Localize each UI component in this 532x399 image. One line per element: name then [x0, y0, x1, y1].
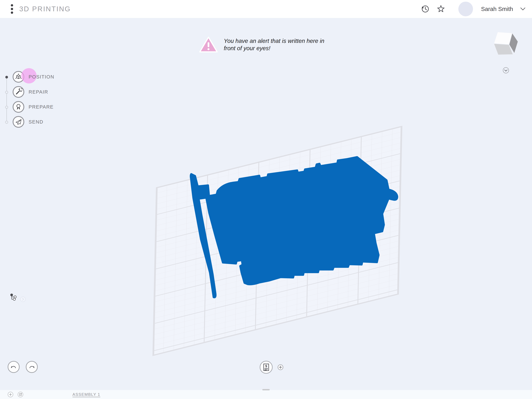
undo-button[interactable] — [8, 361, 20, 373]
chevron-down-icon[interactable] — [520, 7, 526, 11]
send-button[interactable] — [13, 116, 24, 128]
panel-drag-handle[interactable] — [262, 389, 270, 390]
alert-banner: You have an alert that is written here i… — [199, 36, 330, 53]
open-in-new-icon — [19, 393, 22, 396]
steps-progress-rail — [5, 74, 9, 130]
redo-button[interactable] — [26, 361, 38, 373]
chevron-right-circle-icon[interactable] — [20, 296, 26, 302]
user-name[interactable]: Sarah Smith — [481, 6, 513, 12]
invoice-dollar-icon: $ — [263, 363, 270, 371]
step-send[interactable]: SEND — [13, 116, 43, 128]
warning-triangle-icon — [199, 36, 218, 53]
step-prepare[interactable]: PREPARE — [13, 101, 54, 113]
viewport-3d-canvas[interactable] — [0, 0, 532, 399]
avatar[interactable] — [458, 2, 473, 16]
add-assembly-button[interactable] — [8, 392, 13, 397]
view-cube-icon[interactable] — [492, 30, 520, 57]
step-label[interactable]: POSITION — [29, 74, 54, 80]
svg-text:$: $ — [265, 364, 267, 368]
workflow-steps: POSITION REPAIR PREPARE — [0, 70, 70, 136]
plus-icon — [279, 365, 282, 369]
medal-icon — [15, 103, 22, 111]
zoom-add-button[interactable] — [278, 364, 283, 370]
wrench-icon — [15, 88, 22, 95]
position-button[interactable] — [13, 71, 24, 83]
step-label[interactable]: PREPARE — [29, 104, 54, 110]
page-title: 3D PRINTING — [19, 5, 71, 13]
repair-button[interactable] — [13, 86, 24, 98]
tree-icon[interactable] — [10, 293, 17, 301]
header: 3D PRINTING Sarah Smith — [0, 0, 532, 18]
step-label[interactable]: SEND — [29, 119, 43, 125]
3d-printing-app: 3D PRINTING Sarah Smith You have an aler — [0, 0, 532, 399]
undo-arrow-icon — [10, 364, 17, 370]
star-icon[interactable] — [437, 5, 445, 13]
chevron-down-circle-icon[interactable] — [502, 67, 509, 74]
cube-axes-icon — [15, 73, 22, 81]
step-repair[interactable]: REPAIR — [13, 86, 48, 98]
redo-arrow-icon — [28, 364, 35, 370]
kebab-menu-icon[interactable] — [10, 4, 14, 14]
alert-message: You have an alert that is written here i… — [224, 36, 330, 52]
paper-plane-icon — [15, 118, 22, 126]
tab-assembly-1[interactable]: ASSEMBLY 1 — [72, 392, 100, 397]
cost-estimate-button[interactable]: $ — [260, 361, 273, 374]
step-label[interactable]: REPAIR — [29, 89, 48, 95]
history-icon[interactable] — [421, 5, 429, 13]
plus-icon — [9, 393, 12, 396]
assemblies-bar: ASSEMBLY 1 — [0, 390, 532, 399]
prepare-button[interactable] — [13, 101, 24, 113]
export-assembly-button[interactable] — [18, 392, 23, 397]
step-position[interactable]: POSITION — [13, 71, 54, 83]
